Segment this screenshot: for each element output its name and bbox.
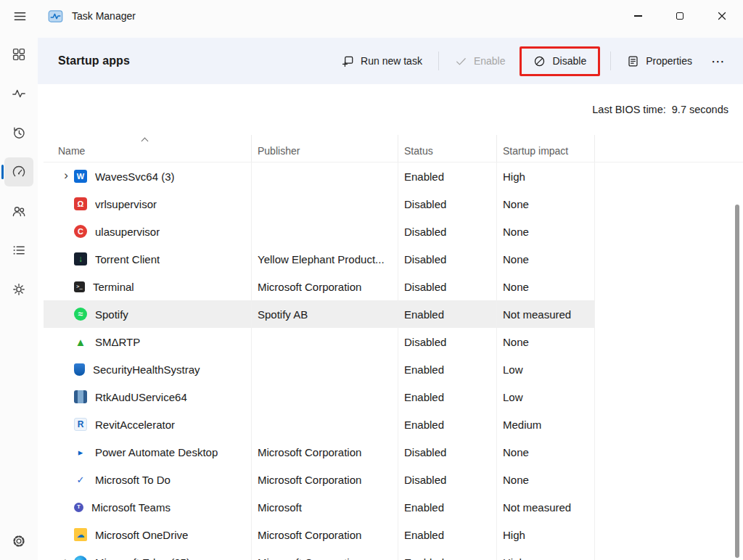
cell-status: Disabled xyxy=(398,190,497,218)
app-name-label: Microsoft Edge (25) xyxy=(95,556,190,560)
sidebar xyxy=(0,38,38,560)
table-row[interactable]: SecurityHealthSystrayEnabledLow xyxy=(44,355,743,383)
table-row[interactable]: ↓Torrent ClientYellow Elephant Product..… xyxy=(44,245,743,273)
properties-button[interactable]: Properties xyxy=(617,49,702,73)
expand-chevron-icon[interactable]: › xyxy=(58,554,74,560)
disable-label: Disable xyxy=(552,55,586,67)
table-row[interactable]: ›WWavesSvc64 (3)EnabledHigh xyxy=(44,162,743,190)
column-label: Startup impact xyxy=(503,145,568,157)
cell-publisher: Microsoft xyxy=(252,493,398,521)
ulasupervisor-icon: C xyxy=(74,225,87,238)
cell-name: Culasupervisor xyxy=(44,218,252,245)
performance-icon xyxy=(12,86,26,101)
table-row[interactable]: RtkAudUService64EnabledLow xyxy=(44,383,743,411)
chevron-spacer xyxy=(58,313,74,315)
column-header-status[interactable]: Status xyxy=(398,135,497,162)
expand-chevron-icon[interactable]: › xyxy=(58,168,74,184)
table-row[interactable]: >_TerminalMicrosoft CorporationDisabledN… xyxy=(44,273,743,300)
table-row[interactable]: ›eMicrosoft Edge (25)Microsoft Corporati… xyxy=(44,548,743,560)
cell-name: RRevitAccelerator xyxy=(44,411,252,438)
cell-name: ☁Microsoft OneDrive xyxy=(44,521,252,548)
cell-filler xyxy=(595,411,743,438)
terminal-icon: >_ xyxy=(74,281,85,292)
cell-status: Enabled xyxy=(398,521,497,548)
column-label: Name xyxy=(58,145,85,157)
cell-publisher: Microsoft Corporation xyxy=(252,273,398,300)
table-row[interactable]: ✓Microsoft To DoMicrosoft CorporationDis… xyxy=(44,466,743,493)
column-header-name[interactable]: Name xyxy=(44,135,252,162)
chevron-spacer xyxy=(58,341,74,342)
disable-block-icon xyxy=(533,55,546,67)
table-row[interactable]: ▲SMΔRTPDisabledNone xyxy=(44,328,743,355)
sidebar-item-users[interactable] xyxy=(4,197,33,226)
cell-impact: Low xyxy=(497,355,595,383)
table-row[interactable]: RRevitAcceleratorEnabledMedium xyxy=(44,411,743,438)
cell-status: Enabled xyxy=(398,411,497,438)
table-row[interactable]: ▸Power Automate DesktopMicrosoft Corpora… xyxy=(44,438,743,466)
cell-impact: Low xyxy=(497,383,595,411)
cell-filler xyxy=(595,355,743,383)
table-row[interactable]: CulasupervisorDisabledNone xyxy=(44,218,743,245)
chevron-spacer xyxy=(58,286,74,287)
sort-ascending-icon xyxy=(141,138,149,145)
cell-name: RtkAudUService64 xyxy=(44,383,252,411)
hamburger-menu-button[interactable] xyxy=(10,7,29,25)
chevron-spacer xyxy=(58,506,74,508)
run-new-task-button[interactable]: Run new task xyxy=(332,49,432,73)
cell-name: ›WWavesSvc64 (3) xyxy=(44,162,252,190)
column-header-publisher[interactable]: Publisher xyxy=(252,135,398,162)
last-bios-time: Last BIOS time: 9.7 seconds xyxy=(38,84,743,135)
cell-publisher: Spotify AB xyxy=(252,300,398,328)
cell-filler xyxy=(595,548,743,560)
cell-publisher xyxy=(252,411,398,438)
column-label: Publisher xyxy=(258,145,300,157)
minimize-icon xyxy=(634,15,642,16)
app-name-label: WavesSvc64 (3) xyxy=(95,170,174,183)
sidebar-item-settings[interactable] xyxy=(4,527,33,556)
run-new-task-label: Run new task xyxy=(361,55,422,67)
minimize-button[interactable] xyxy=(617,0,659,32)
sidebar-item-performance[interactable] xyxy=(4,79,33,108)
vrlsupervisor-icon: Ω xyxy=(74,197,87,210)
maximize-button[interactable] xyxy=(659,0,701,32)
app-name-label: SecurityHealthSystray xyxy=(93,363,200,376)
sidebar-item-processes[interactable] xyxy=(4,40,33,69)
sidebar-item-details[interactable] xyxy=(4,236,33,265)
table-row[interactable]: TMicrosoft TeamsMicrosoftEnabledNot meas… xyxy=(44,493,743,521)
table-row[interactable]: ΩvrlsupervisorDisabledNone xyxy=(44,190,743,218)
cell-filler xyxy=(595,300,743,328)
app-history-icon xyxy=(12,125,26,140)
cell-publisher: Microsoft Corporation xyxy=(252,521,398,548)
chevron-spacer xyxy=(58,368,74,370)
cell-publisher xyxy=(252,328,398,355)
spotify-icon: ≈ xyxy=(74,308,87,321)
onedrive-icon: ☁ xyxy=(74,528,87,541)
titlebar: Task Manager xyxy=(0,0,743,38)
more-options-button[interactable]: ⋯ xyxy=(703,52,733,71)
window-controls xyxy=(617,0,743,32)
more-ellipsis-icon: ⋯ xyxy=(711,54,725,68)
cell-publisher xyxy=(252,383,398,411)
enable-button[interactable]: Enable xyxy=(446,49,515,73)
vertical-scrollbar[interactable] xyxy=(735,205,739,558)
cell-filler xyxy=(595,466,743,493)
table-header-row: Name Publisher Status Startup impact xyxy=(44,135,743,162)
cell-status: Enabled xyxy=(398,548,497,560)
close-button[interactable] xyxy=(701,0,743,32)
maximize-icon xyxy=(676,12,684,20)
cell-impact: High xyxy=(497,548,595,560)
cell-status: Disabled xyxy=(398,438,497,466)
sidebar-item-startup-apps[interactable] xyxy=(4,157,33,186)
disable-button[interactable]: Disable xyxy=(524,49,596,73)
table-row[interactable]: ≈SpotifySpotify ABEnabledNot measured xyxy=(44,300,743,328)
cell-filler xyxy=(595,273,743,300)
table-row[interactable]: ☁Microsoft OneDriveMicrosoft Corporation… xyxy=(44,521,743,548)
sidebar-item-services[interactable] xyxy=(4,275,33,304)
chevron-spacer xyxy=(58,479,74,480)
cell-impact: Medium xyxy=(497,411,595,438)
cell-impact: None xyxy=(497,190,595,218)
torrent-icon: ↓ xyxy=(74,252,87,265)
sidebar-item-app-history[interactable] xyxy=(4,118,33,147)
cell-impact: High xyxy=(497,162,595,190)
column-header-impact[interactable]: Startup impact xyxy=(497,135,595,162)
